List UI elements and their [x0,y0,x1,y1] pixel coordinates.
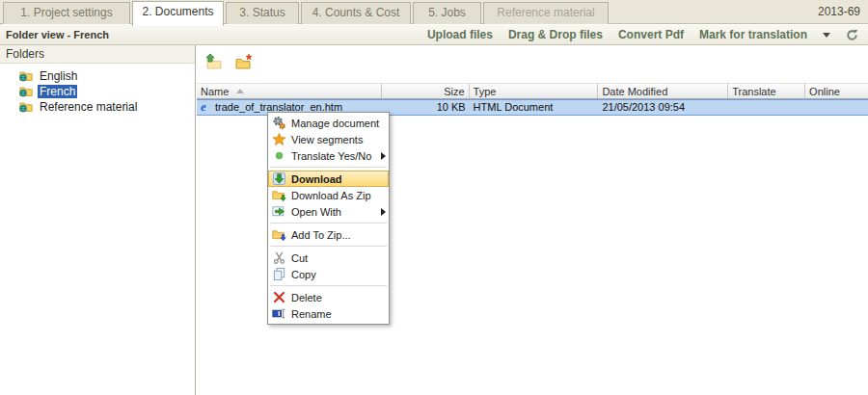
submenu-arrow-icon [381,208,386,216]
zip-download-icon [271,188,286,203]
menu-item-label: Cut [291,252,308,264]
menu-separator [270,246,387,247]
menu-separator [270,285,387,286]
menu-separator [270,167,387,168]
column-header-date-modified[interactable]: Date Modified [598,84,728,98]
file-size-cell: 10 KB [382,100,470,115]
project-code-label: 2013-69 [818,5,860,18]
menu-item-cut[interactable]: Cut [268,250,389,266]
refresh-icon[interactable] [846,29,858,41]
upload-files-link[interactable]: Upload files [427,28,493,41]
action-links: Upload files Drag & Drop files Convert P… [427,28,868,41]
menu-item-label: Rename [291,308,332,320]
mark-for-translation-link[interactable]: Mark for translation [699,28,807,41]
caret-down-icon[interactable] [823,33,830,38]
tree-item-label: French [38,85,77,98]
new-folder-button[interactable] [232,52,256,73]
new-folder-icon [234,54,254,71]
green-dot-icon [271,148,286,164]
tab-jobs[interactable]: 5. Jobs [413,2,481,24]
grid-header: Name Size Type Date Modified Translate O… [197,83,868,99]
folder-tree: English French Reference material [0,64,195,115]
menu-item-label: Open With [291,206,341,218]
file-type-cell: HTML Document [470,100,599,115]
parent-folder-icon [204,54,224,71]
menu-item-add-to-zip[interactable]: Add To Zip... [268,226,389,243]
tab-project-settings[interactable]: 1. Project settings [3,2,130,24]
menu-item-copy[interactable]: Copy [268,266,389,282]
delete-icon [271,290,286,305]
action-bar: Folder view - French Upload files Drag &… [0,25,868,45]
cut-icon [271,250,286,266]
context-menu: Manage document View segments Translate … [267,112,390,325]
content-area: Folders English French Reference materia… [0,45,868,395]
tree-item-french[interactable]: French [0,84,195,99]
copy-icon [271,267,286,282]
menu-item-label: Download As Zip [291,190,371,201]
folders-panel: Folders English French Reference materia… [0,45,196,395]
menu-item-rename[interactable]: Rename [268,305,389,322]
download-icon [271,171,286,187]
column-header-online[interactable]: Online [805,84,868,98]
menu-item-manage-document[interactable]: Manage document [268,115,389,131]
menu-item-delete[interactable]: Delete [268,289,389,305]
menu-item-label: Translate Yes/No [291,150,371,162]
tree-item-english[interactable]: English [0,68,195,84]
tree-item-label: English [38,69,79,83]
folder-globe-icon [18,85,34,98]
menu-item-label: Manage document [291,118,379,129]
menu-item-label: Delete [291,292,322,303]
zip-add-icon [271,227,286,243]
column-label: Name [201,86,229,97]
folders-panel-header: Folders [0,45,195,64]
tab-status[interactable]: 3. Status [226,2,299,24]
menu-item-open-with[interactable]: Open With [268,203,389,220]
file-translate-cell [728,100,805,115]
html-file-icon [201,101,212,114]
file-date-cell: 21/05/2013 09:54 [598,100,728,115]
menu-item-label: Add To Zip... [291,229,351,241]
menu-separator [270,223,387,224]
sort-ascending-icon [236,89,244,93]
folder-globe-icon [18,100,34,114]
parent-folder-button[interactable] [203,52,226,73]
submenu-arrow-icon [381,152,386,160]
tree-item-label: Reference material [38,100,139,114]
tab-bar: 1. Project settings 2. Documents 3. Stat… [0,0,868,24]
menu-item-label: Download [291,173,342,185]
file-online-cell [805,100,868,115]
convert-pdf-link[interactable]: Convert Pdf [618,28,684,41]
column-header-type[interactable]: Type [470,84,599,98]
star-icon [271,132,286,147]
open-with-icon [271,204,286,220]
tab-documents[interactable]: 2. Documents [132,1,224,26]
drag-drop-files-link[interactable]: Drag & Drop files [508,28,603,41]
file-toolbar [197,45,868,83]
menu-item-label: Copy [291,269,316,280]
menu-item-view-segments[interactable]: View segments [268,131,389,147]
menu-item-download[interactable]: Download [268,171,389,187]
view-title: Folder view - French [0,29,109,40]
tab-counts-cost[interactable]: 4. Counts & Cost [301,2,411,24]
gear-icon [271,116,286,131]
column-header-translate[interactable]: Translate [728,84,805,98]
menu-item-download-as-zip[interactable]: Download As Zip [268,187,389,203]
application-window: 1. Project settings 2. Documents 3. Stat… [0,0,868,395]
tree-item-reference-material[interactable]: Reference material [0,99,195,115]
column-header-name[interactable]: Name [197,84,382,98]
menu-item-label: View segments [291,134,363,145]
menu-item-translate-yes-no[interactable]: Translate Yes/No [268,147,389,164]
folder-globe-icon [18,69,34,83]
tab-reference-material[interactable]: Reference material [483,2,609,24]
rename-icon [271,306,286,322]
column-header-size[interactable]: Size [382,84,470,98]
